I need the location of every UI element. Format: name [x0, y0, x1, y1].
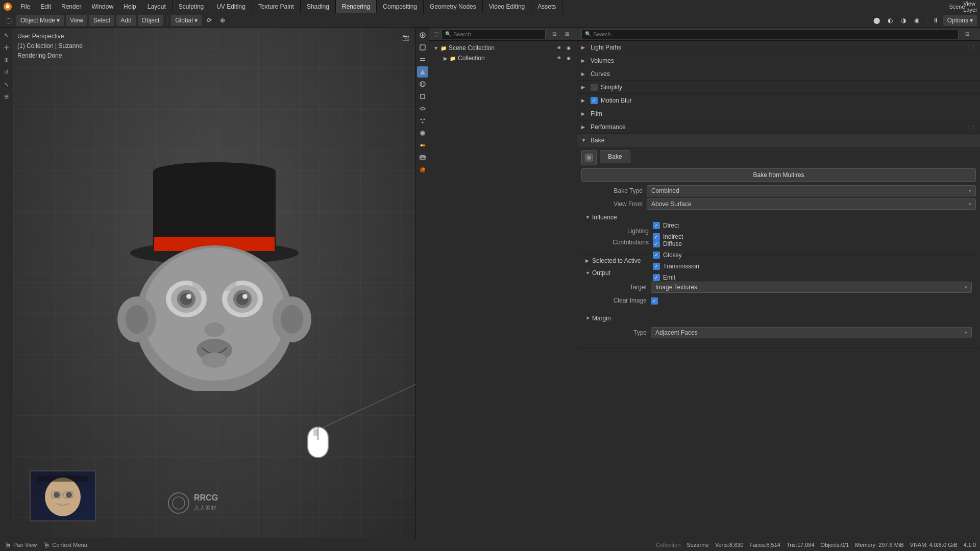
- tab-geometry-nodes[interactable]: Geometry Nodes: [424, 0, 483, 13]
- viewport-shading-material[interactable]: ◐: [885, 15, 896, 26]
- bake-header[interactable]: ▼ Bake: [577, 134, 980, 147]
- prop-icon-scene[interactable]: [417, 66, 428, 78]
- transmission-checkbox[interactable]: ✓: [653, 263, 660, 270]
- output-header[interactable]: ▼ Output: [581, 267, 976, 279]
- section-light-paths[interactable]: ▶ Light Paths ⋮⋮: [577, 41, 980, 54]
- prop-icon-object[interactable]: [417, 91, 428, 102]
- tab-compositing[interactable]: Compositing: [377, 0, 424, 13]
- properties-search-input[interactable]: [593, 31, 955, 37]
- left-tool-scale[interactable]: ⤡: [1, 79, 12, 90]
- prop-icon-physics[interactable]: [417, 128, 428, 139]
- prop-icon-output[interactable]: [417, 42, 428, 53]
- scene-name: Scene: [949, 4, 965, 10]
- selected-to-active-row[interactable]: ▶ Selected to Active: [581, 255, 976, 267]
- section-curves[interactable]: ▶ Curves: [577, 67, 980, 81]
- viewport-shading-rendered[interactable]: ◑: [898, 15, 909, 26]
- tab-shading[interactable]: Shading: [301, 0, 336, 13]
- margin-type-dropdown[interactable]: Adjacent Faces ▾: [651, 327, 972, 338]
- left-tool-transform[interactable]: ⊞: [1, 91, 12, 102]
- menu-file[interactable]: File: [15, 0, 35, 13]
- view-layer-selector[interactable]: View Layer: [965, 1, 976, 12]
- pause-btn[interactable]: ⏸: [930, 15, 941, 26]
- vp-camera-btn[interactable]: 📷: [400, 32, 411, 43]
- outliner-item-collection[interactable]: ▶ 📁 Collection 👁 ◉: [429, 53, 577, 63]
- outliner-search-input[interactable]: [453, 31, 542, 37]
- target-dropdown[interactable]: Image Textures ▾: [651, 282, 972, 293]
- main-viewport[interactable]: User Perspective (1) Collection | Suzann…: [13, 28, 415, 538]
- menu-help[interactable]: Help: [118, 0, 141, 13]
- transform-icon-2[interactable]: ⊕: [217, 15, 228, 26]
- lighting-row: Lighting ✓ Direct ✓ Indirect: [585, 226, 972, 237]
- motion-blur-checkbox[interactable]: ✓: [591, 97, 598, 104]
- bake-from-multires-btn[interactable]: Bake from Multires: [581, 168, 976, 182]
- left-tool-select[interactable]: ↖: [1, 30, 12, 41]
- tris-count: Tris:17,084: [787, 542, 815, 548]
- scene-selector[interactable]: Scene: [951, 1, 963, 12]
- clear-image-checkbox[interactable]: ✓: [651, 297, 658, 305]
- select-btn[interactable]: Select: [89, 15, 114, 26]
- prop-icon-render[interactable]: [417, 30, 428, 41]
- tab-assets[interactable]: Assets: [531, 0, 562, 13]
- section-film[interactable]: ▶ Film: [577, 107, 980, 120]
- left-tool-rotate[interactable]: ↺: [1, 66, 12, 78]
- outliner-filter-btn[interactable]: ⊟: [549, 29, 560, 40]
- direct-checkbox[interactable]: ✓: [653, 222, 660, 229]
- mode-arrow: ▾: [57, 17, 60, 24]
- prop-icon-view-layer[interactable]: [417, 54, 428, 65]
- margin-header[interactable]: ▼ Margin: [581, 312, 976, 324]
- viewport-shading-eevee[interactable]: ◉: [911, 15, 922, 26]
- vis-viewport-btn[interactable]: ◉: [565, 44, 573, 52]
- viewport-shading-solid[interactable]: ⬤: [871, 15, 883, 26]
- prop-icon-particles[interactable]: [417, 115, 428, 127]
- section-simplify[interactable]: ▶ Simplify: [577, 81, 980, 94]
- left-tool-move[interactable]: ⊕: [1, 54, 12, 65]
- mode-selector[interactable]: Object Mode ▾: [16, 15, 64, 26]
- diffuse-checkbox[interactable]: ✓: [653, 240, 660, 247]
- outliner-sort-btn[interactable]: ⊞: [561, 29, 573, 40]
- prop-icon-material[interactable]: [417, 164, 428, 176]
- bake-type-dropdown[interactable]: Combined ▾: [647, 185, 976, 196]
- transform-icon-1[interactable]: ⟳: [204, 15, 215, 26]
- bake-icon-area[interactable]: [581, 150, 597, 165]
- object-btn[interactable]: Object: [138, 15, 164, 26]
- section-motion-blur[interactable]: ▶ ✓ Motion Blur: [577, 94, 980, 107]
- prop-icon-constraints[interactable]: [417, 140, 428, 151]
- glossy-checkbox[interactable]: ✓: [653, 252, 660, 259]
- vis-eye-btn-2[interactable]: 👁: [555, 54, 563, 62]
- transform-selector[interactable]: Global ▾: [171, 15, 202, 26]
- simplify-checkbox[interactable]: [591, 84, 598, 91]
- add-btn[interactable]: Add: [116, 15, 135, 26]
- tab-layout[interactable]: Layout: [141, 0, 173, 13]
- prop-icon-data[interactable]: [417, 152, 428, 163]
- status-object: Suzanne: [687, 542, 708, 548]
- prop-filter-btn[interactable]: ⊟: [962, 29, 973, 40]
- menu-window[interactable]: Window: [86, 0, 118, 13]
- output-arrow: ▼: [585, 270, 590, 276]
- tab-texture-paint[interactable]: Texture Paint: [252, 0, 301, 13]
- vis-eye-btn[interactable]: 👁: [555, 44, 563, 52]
- tab-rendering[interactable]: Rendering: [336, 0, 377, 13]
- section-performance[interactable]: ▶ Performance ⋮⋮: [577, 120, 980, 134]
- vis-viewport-btn-2[interactable]: ◉: [565, 54, 573, 62]
- menu-render[interactable]: Render: [56, 0, 86, 13]
- section-volumes[interactable]: ▶ Volumes: [577, 54, 980, 67]
- outliner-item-scene-collection[interactable]: ▼ 📁 Scene Collection 👁 ◉: [429, 43, 577, 53]
- clear-image-value: ✓: [651, 297, 972, 305]
- influence-header[interactable]: ▼ Influence: [581, 211, 976, 223]
- prop-icon-world[interactable]: [417, 79, 428, 90]
- view-from-dropdown[interactable]: Above Surface ▾: [647, 198, 976, 210]
- view-btn[interactable]: View: [66, 15, 87, 26]
- menu-edit[interactable]: Edit: [35, 0, 56, 13]
- options-btn[interactable]: Options ▾: [943, 15, 977, 26]
- outliner-search-box[interactable]: 🔍: [442, 29, 546, 39]
- prop-icon-modifier[interactable]: [417, 103, 428, 114]
- tab-uv-editing[interactable]: UV Editing: [210, 0, 252, 13]
- emit-checkbox[interactable]: ✓: [653, 274, 660, 281]
- bake-btn[interactable]: Bake: [600, 150, 630, 163]
- editor-type-icon[interactable]: ⬚: [3, 15, 14, 26]
- tab-sculpting[interactable]: Sculpting: [173, 0, 210, 13]
- left-tool-cursor[interactable]: ✛: [1, 42, 12, 53]
- bake-multires-label: Bake from Multires: [753, 171, 804, 179]
- properties-search-box[interactable]: 🔍: [581, 29, 959, 39]
- tab-video-editing[interactable]: Video Editing: [483, 0, 532, 13]
